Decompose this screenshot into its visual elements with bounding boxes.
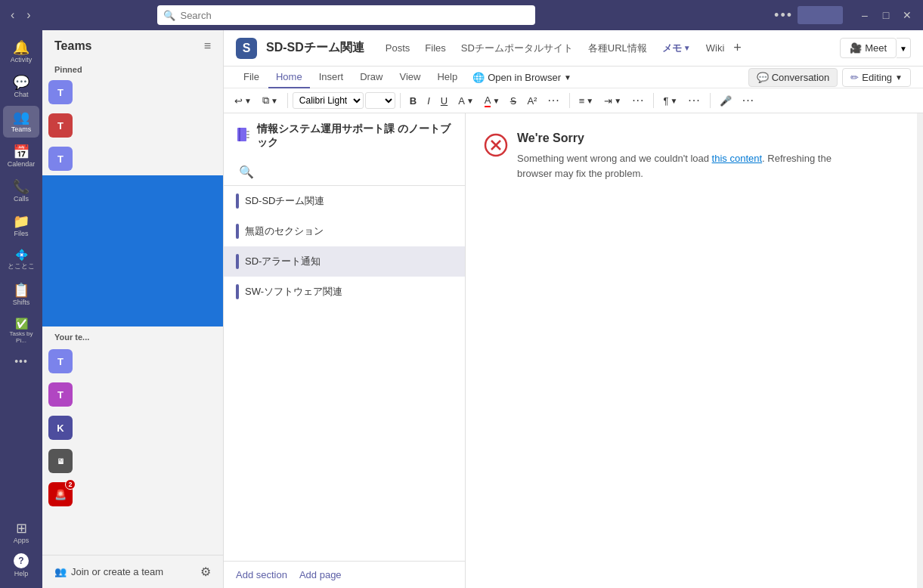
- italic-button[interactable]: I: [423, 93, 435, 109]
- settings-icon[interactable]: ⚙: [200, 565, 211, 579]
- close-button[interactable]: ✕: [897, 5, 917, 25]
- sidebar-item-files[interactable]: 📁 Files: [3, 210, 39, 242]
- chat-icon: 💬: [13, 76, 29, 89]
- filter-icon[interactable]: ≡: [204, 39, 211, 53]
- files-icon: 📁: [13, 215, 29, 228]
- list-item[interactable]: T ···: [42, 345, 223, 378]
- team-avatar: T: [48, 113, 73, 138]
- ribbon-tab-view[interactable]: View: [392, 67, 429, 88]
- sidebar-item-apps[interactable]: ⊞ Apps: [3, 517, 39, 549]
- pinned-section-label: Pinned: [42, 62, 223, 76]
- list-item[interactable]: T ···: [42, 378, 223, 411]
- meet-dropdown-button[interactable]: ▼: [897, 38, 911, 58]
- sidebar-item-help[interactable]: ? Help: [3, 549, 39, 582]
- notebook-title: 情報システム運用サポート課 のノートブック: [257, 122, 453, 150]
- back-button[interactable]: ‹: [6, 7, 19, 23]
- list-button[interactable]: ≡ ▼: [575, 93, 599, 109]
- undo-button[interactable]: ↩ ▼: [230, 93, 256, 109]
- join-create-button[interactable]: 👥 Join or create a team: [54, 566, 163, 577]
- channel-nav-files[interactable]: Files: [419, 39, 451, 57]
- window-controls: – □ ✕: [855, 5, 917, 25]
- section-item-sd-team[interactable]: SD-SDチーム関連: [224, 186, 465, 216]
- ribbon-tabs: File Home Insert Draw View Help 🌐 Open i…: [224, 67, 923, 88]
- ribbon-tab-insert[interactable]: Insert: [311, 67, 352, 88]
- more-styles-button[interactable]: ···: [683, 91, 705, 110]
- meet-chevron-icon: ▼: [900, 45, 907, 53]
- search-bar[interactable]: 🔍: [157, 5, 535, 25]
- separator-1: [287, 93, 288, 108]
- font-color-button[interactable]: A ▼: [480, 92, 505, 110]
- sidebar-item-shifts[interactable]: 📋 Shifts: [3, 279, 39, 311]
- sidebar-item-more[interactable]: •••: [3, 351, 39, 371]
- channel-nav-url[interactable]: 各種URL情報: [582, 39, 653, 58]
- strikethrough-button[interactable]: S̶: [506, 93, 521, 109]
- meet-video-icon: 🎥: [850, 42, 862, 54]
- style-chevron: ▼: [670, 97, 677, 105]
- right-scrollbar[interactable]: [917, 113, 923, 588]
- error-link[interactable]: this content: [712, 153, 763, 164]
- list-item[interactable]: T ···: [42, 109, 223, 142]
- shifts-icon: 📋: [13, 283, 29, 297]
- font-family-select[interactable]: Calibri Light: [293, 92, 364, 109]
- list-item[interactable]: 🖥 ···: [42, 444, 223, 478]
- ribbon-tab-draw[interactable]: Draw: [352, 67, 390, 88]
- minimize-button[interactable]: –: [855, 5, 875, 25]
- more-options-button[interactable]: •••: [774, 8, 793, 23]
- meet-button[interactable]: 🎥 Meet: [840, 38, 897, 58]
- sidebar-icons: 🔔 Activity 💬 Chat 👥 Teams 📅 Calendar 📞 C…: [0, 30, 42, 588]
- channel-nav-portal[interactable]: SDチームポータルサイト: [455, 39, 579, 58]
- teams-panel-footer: 👥 Join or create a team ⚙: [42, 555, 223, 588]
- style-button[interactable]: ¶ ▼: [658, 93, 682, 109]
- calls-icon: 📞: [13, 180, 29, 193]
- section-item-alert[interactable]: SD-アラート通知: [224, 246, 465, 277]
- superscript-button[interactable]: A²: [522, 93, 541, 109]
- sidebar-item-tasks[interactable]: ✅ Tasks by Pi...: [3, 314, 39, 348]
- section-item-sw[interactable]: SW-ソフトウェア関連: [224, 277, 465, 307]
- font-size-select[interactable]: [365, 92, 395, 109]
- sidebar-item-calendar[interactable]: 📅 Calendar: [3, 141, 39, 172]
- ribbon-tab-home[interactable]: Home: [268, 67, 310, 88]
- list-item[interactable]: T ···: [42, 142, 223, 175]
- search-input[interactable]: [180, 10, 529, 21]
- channel-nav-wiki[interactable]: Wiki: [700, 39, 731, 57]
- maximize-button[interactable]: □: [876, 5, 896, 25]
- list-item[interactable]: 2 🚨 ···: [42, 478, 223, 511]
- add-page-link[interactable]: Add page: [299, 569, 342, 580]
- notebook-icon: [236, 127, 251, 146]
- highlight-button[interactable]: A ▼: [454, 93, 479, 109]
- notebook-search-icon[interactable]: 🔍: [236, 162, 257, 182]
- ribbon-tab-file[interactable]: File: [236, 67, 267, 88]
- font-color-chevron: ▼: [492, 97, 500, 105]
- clipboard-button[interactable]: ⧉ ▼: [258, 92, 283, 109]
- teams-icon: 👥: [13, 110, 29, 124]
- underline-button[interactable]: U: [436, 93, 452, 109]
- add-section-link[interactable]: Add section: [236, 569, 287, 580]
- sidebar-item-calls[interactable]: 📞 Calls: [3, 175, 39, 207]
- forward-button[interactable]: ›: [22, 7, 35, 23]
- indent-button[interactable]: ⇥ ▼: [599, 93, 626, 109]
- bold-button[interactable]: B: [405, 93, 421, 109]
- dictate-button[interactable]: 🎤: [715, 93, 736, 109]
- sidebar-item-teams[interactable]: 👥 Teams: [3, 106, 39, 138]
- team-avatar: T: [48, 147, 73, 171]
- channel-add-tab-icon[interactable]: +: [733, 40, 742, 56]
- sidebar-item-tokotoko[interactable]: 💠 とことこ: [3, 245, 39, 276]
- section-item-untitled[interactable]: 無題のセクション: [224, 216, 465, 246]
- profile-avatar[interactable]: [798, 6, 843, 24]
- more-para-button[interactable]: ···: [627, 91, 649, 110]
- list-item[interactable]: T ···: [42, 76, 223, 109]
- more-tools-button[interactable]: ···: [738, 91, 759, 110]
- sidebar-item-apps-label: Apps: [14, 537, 29, 544]
- editing-button[interactable]: ✏ Editing ▼: [842, 68, 911, 87]
- channel-nav-memo[interactable]: メモ ▼: [656, 39, 697, 58]
- list-item[interactable]: K ···: [42, 411, 223, 444]
- more-text-button[interactable]: ···: [543, 91, 564, 110]
- title-bar: ‹ › 🔍 ••• – □ ✕: [0, 0, 923, 30]
- open-in-browser-button[interactable]: 🌐 Open in Browser ▼: [466, 69, 578, 86]
- search-icon: 🔍: [163, 10, 175, 21]
- sidebar-item-chat[interactable]: 💬 Chat: [3, 71, 39, 103]
- sidebar-item-activity[interactable]: 🔔 Activity: [3, 36, 39, 68]
- ribbon-tab-help[interactable]: Help: [429, 67, 465, 88]
- channel-nav-posts[interactable]: Posts: [379, 39, 417, 57]
- conversation-button[interactable]: 💬 Conversation: [748, 68, 838, 87]
